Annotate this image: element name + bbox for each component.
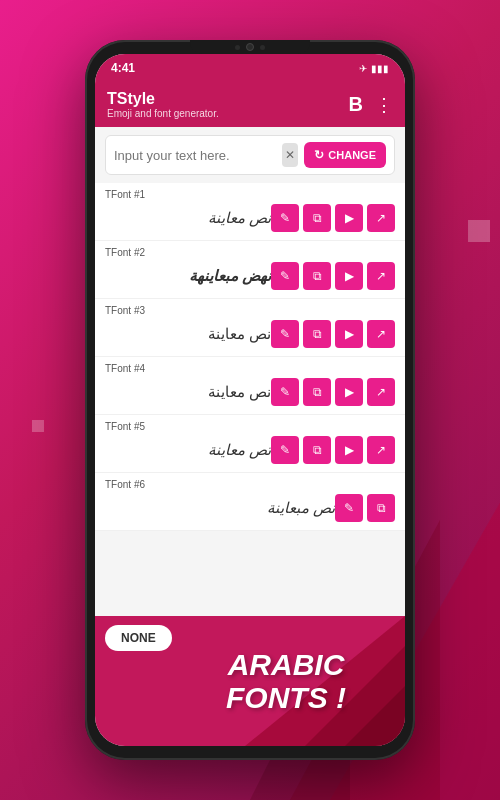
font-text-1: نص معاينة <box>105 209 271 227</box>
phone-notch <box>190 40 310 54</box>
copy-btn-3[interactable]: ⧉ <box>303 320 331 348</box>
font-actions-6: ✎ ⧉ <box>335 494 395 522</box>
copy-icon-5: ⧉ <box>313 443 322 457</box>
play-btn-1[interactable]: ▶ <box>335 204 363 232</box>
font-text-6: نص مبعاينة <box>105 499 335 517</box>
font-row-1: نص معاينة ✎ ⧉ ▶ ↗ <box>105 204 395 232</box>
share-btn-5[interactable]: ↗ <box>367 436 395 464</box>
share-icon-1: ↗ <box>376 211 386 225</box>
share-btn-1[interactable]: ↗ <box>367 204 395 232</box>
bottom-section: NONE ARABIC FONTS ! <box>95 616 405 746</box>
edit-btn-4[interactable]: ✎ <box>271 378 299 406</box>
status-bar: 4:41 ✈ ▮▮▮ <box>95 54 405 82</box>
font-item-3: TFont #3 نص معاينة ✎ ⧉ ▶ <box>95 299 405 357</box>
copy-btn-6[interactable]: ⧉ <box>367 494 395 522</box>
phone-screen: 4:41 ✈ ▮▮▮ TStyle Emoji and font generat… <box>95 54 405 746</box>
share-icon-4: ↗ <box>376 385 386 399</box>
font-actions-2: ✎ ⧉ ▶ ↗ <box>271 262 395 290</box>
clear-button[interactable]: ✕ <box>282 143 298 167</box>
font-item-4: TFont #4 نص معاينة ✎ ⧉ ▶ <box>95 357 405 415</box>
more-button[interactable]: ⋮ <box>375 94 393 116</box>
phone-frame: 4:41 ✈ ▮▮▮ TStyle Emoji and font generat… <box>85 40 415 760</box>
font-actions-5: ✎ ⧉ ▶ ↗ <box>271 436 395 464</box>
share-btn-2[interactable]: ↗ <box>367 262 395 290</box>
share-btn-3[interactable]: ↗ <box>367 320 395 348</box>
font-row-3: نص معاينة ✎ ⧉ ▶ ↗ <box>105 320 395 348</box>
font-actions-4: ✎ ⧉ ▶ ↗ <box>271 378 395 406</box>
app-title-section: TStyle Emoji and font generator. <box>107 90 219 119</box>
share-icon-2: ↗ <box>376 269 386 283</box>
font-row-4: نص معاينة ✎ ⧉ ▶ ↗ <box>105 378 395 406</box>
bold-button[interactable]: B <box>349 93 363 116</box>
copy-icon-6: ⧉ <box>377 501 386 515</box>
play-icon-4: ▶ <box>345 385 354 399</box>
font-label-5: TFont #5 <box>105 421 395 432</box>
edit-btn-5[interactable]: ✎ <box>271 436 299 464</box>
font-text-2: نهض مبعاينهة <box>105 267 271 285</box>
font-item-1: TFont #1 نص معاينة ✎ ⧉ ▶ <box>95 183 405 241</box>
status-icons: ✈ ▮▮▮ <box>359 63 389 74</box>
play-btn-2[interactable]: ▶ <box>335 262 363 290</box>
copy-btn-2[interactable]: ⧉ <box>303 262 331 290</box>
share-icon-3: ↗ <box>376 327 386 341</box>
copy-btn-4[interactable]: ⧉ <box>303 378 331 406</box>
font-row-6: نص مبعاينة ✎ ⧉ <box>105 494 395 522</box>
copy-icon-4: ⧉ <box>313 385 322 399</box>
copy-icon-3: ⧉ <box>313 327 322 341</box>
play-btn-5[interactable]: ▶ <box>335 436 363 464</box>
arabic-line-1: ARABIC <box>228 648 345 681</box>
copy-icon-2: ⧉ <box>313 269 322 283</box>
font-row-2: نهض مبعاينهة ✎ ⧉ ▶ ↗ <box>105 262 395 290</box>
font-item-6: TFont #6 نص مبعاينة ✎ ⧉ <box>95 473 405 531</box>
edit-btn-6[interactable]: ✎ <box>335 494 363 522</box>
copy-btn-1[interactable]: ⧉ <box>303 204 331 232</box>
play-icon-3: ▶ <box>345 327 354 341</box>
font-item-5: TFont #5 تص معاينة ✎ ⧉ ▶ <box>95 415 405 473</box>
edit-btn-3[interactable]: ✎ <box>271 320 299 348</box>
copy-icon-1: ⧉ <box>313 211 322 225</box>
battery-icon: ▮▮▮ <box>371 63 389 74</box>
refresh-icon: ↻ <box>314 148 324 162</box>
app-title: TStyle <box>107 90 219 108</box>
font-text-5: تص معاينة <box>105 441 271 459</box>
font-actions-3: ✎ ⧉ ▶ ↗ <box>271 320 395 348</box>
notch-camera <box>246 43 254 51</box>
font-label-2: TFont #2 <box>105 247 395 258</box>
edit-icon-2: ✎ <box>280 269 290 283</box>
font-text-3: نص معاينة <box>105 325 271 343</box>
change-label: CHANGE <box>328 149 376 161</box>
clear-icon: ✕ <box>285 148 295 162</box>
decoration-square-1 <box>468 220 490 242</box>
edit-btn-1[interactable]: ✎ <box>271 204 299 232</box>
font-row-5: تص معاينة ✎ ⧉ ▶ ↗ <box>105 436 395 464</box>
share-icon-5: ↗ <box>376 443 386 457</box>
edit-icon-4: ✎ <box>280 385 290 399</box>
font-label-3: TFont #3 <box>105 305 395 316</box>
edit-icon-5: ✎ <box>280 443 290 457</box>
edit-icon-6: ✎ <box>344 501 354 515</box>
play-btn-3[interactable]: ▶ <box>335 320 363 348</box>
notch-sensor <box>235 45 240 50</box>
arabic-line-2: FONTS ! <box>226 681 346 714</box>
share-btn-4[interactable]: ↗ <box>367 378 395 406</box>
app-bar-actions: B ⋮ <box>349 93 393 116</box>
search-input[interactable] <box>114 148 282 163</box>
change-button[interactable]: ↻ CHANGE <box>304 142 386 168</box>
font-text-4: نص معاينة <box>105 383 271 401</box>
edit-icon-1: ✎ <box>280 211 290 225</box>
airplane-icon: ✈ <box>359 63 367 74</box>
copy-btn-5[interactable]: ⧉ <box>303 436 331 464</box>
font-actions-1: ✎ ⧉ ▶ ↗ <box>271 204 395 232</box>
notch-sensor-2 <box>260 45 265 50</box>
font-label-4: TFont #4 <box>105 363 395 374</box>
font-label-6: TFont #6 <box>105 479 395 490</box>
play-icon-5: ▶ <box>345 443 354 457</box>
decoration-square-2 <box>32 420 44 432</box>
edit-btn-2[interactable]: ✎ <box>271 262 299 290</box>
play-icon-1: ▶ <box>345 211 354 225</box>
font-item-2: TFont #2 نهض مبعاينهة ✎ ⧉ ▶ <box>95 241 405 299</box>
play-btn-4[interactable]: ▶ <box>335 378 363 406</box>
play-icon-2: ▶ <box>345 269 354 283</box>
none-button[interactable]: NONE <box>105 625 172 651</box>
arabic-fonts-text: ARABIC FONTS ! <box>226 648 346 714</box>
